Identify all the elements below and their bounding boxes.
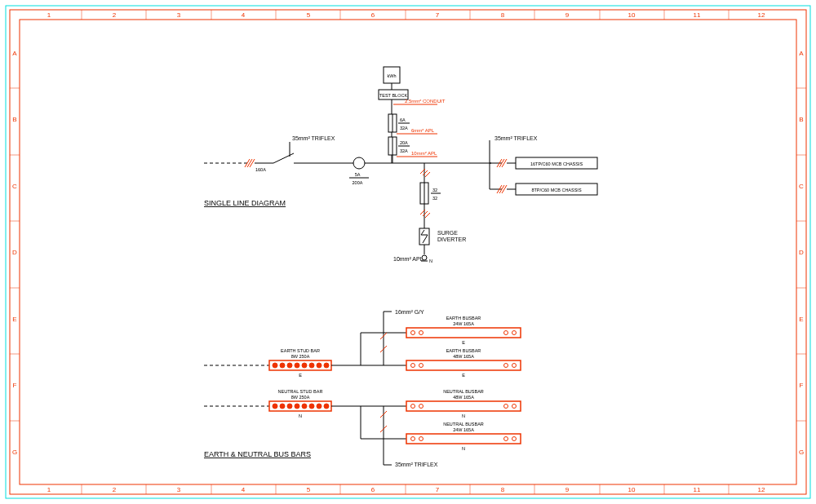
svg-text:E: E <box>12 316 16 323</box>
svg-text:E: E <box>462 373 465 378</box>
svg-text:NEUTRAL BUSBAR: NEUTRAL BUSBAR <box>443 422 484 427</box>
incoming-cable: 35mm² TRIFLEX <box>292 135 335 141</box>
svg-text:E: E <box>799 316 803 323</box>
col-11: 11 <box>694 11 701 19</box>
svg-text:1: 1 <box>47 486 51 493</box>
grid-outer <box>10 10 806 494</box>
ct-primary: 5A <box>355 172 361 177</box>
svg-text:6A: 6A <box>400 117 406 122</box>
busbar-diagram: EARTH & NEUTRAL BUS BARS 16mm² G/Y 35mm²… <box>204 309 521 467</box>
col-12: 12 <box>758 11 765 19</box>
col-10: 10 <box>628 11 636 19</box>
surge-label: SURGEDIVERTER <box>437 230 466 242</box>
outgoing-cable: 35mm² TRIFLEX <box>494 135 538 141</box>
svg-point-148 <box>317 404 322 409</box>
svg-text:E: E <box>462 340 465 345</box>
svg-text:20A: 20A <box>400 140 408 145</box>
svg-text:EARTH BUSBAR: EARTH BUSBAR <box>446 316 481 321</box>
col-6: 6 <box>371 11 375 19</box>
col-8: 8 <box>501 11 505 19</box>
svg-text:9: 9 <box>565 486 570 493</box>
svg-text:E: E <box>299 373 302 378</box>
svg-text:NEUTRAL STUD BAR: NEUTRAL STUD BAR <box>278 389 323 394</box>
svg-text:48W 165A: 48W 165A <box>453 395 474 400</box>
switch-icon <box>273 153 294 163</box>
neutral-busbar-48w: NEUTRAL BUSBAR 48W 165A N <box>406 389 521 418</box>
svg-text:32: 32 <box>432 188 437 192</box>
single-line-diagram: SINGLE LINE DIAGRAM 160A 35mm² TRIFLEX 5… <box>204 67 597 263</box>
col-2: 2 <box>113 11 117 19</box>
svg-text:B: B <box>12 116 16 123</box>
svg-text:N: N <box>429 259 432 263</box>
svg-point-147 <box>309 404 314 409</box>
svg-point-149 <box>324 404 329 409</box>
col-3: 3 <box>177 11 181 19</box>
svg-text:3: 3 <box>177 486 181 493</box>
svg-text:12: 12 <box>758 486 765 493</box>
svg-text:TEST BLOCK: TEST BLOCK <box>379 93 407 98</box>
neutral-busbar-24w: NEUTRAL BUSBAR 24W 165A N <box>406 422 521 451</box>
svg-text:8: 8 <box>501 486 505 493</box>
svg-text:16TP/C60 MCB CHASSIS: 16TP/C60 MCB CHASSIS <box>530 161 583 166</box>
svg-text:kWh: kWh <box>388 73 397 78</box>
svg-text:32: 32 <box>432 196 437 201</box>
svg-text:A: A <box>799 50 804 57</box>
svg-point-116 <box>324 363 329 368</box>
svg-text:24W 165A: 24W 165A <box>453 321 474 326</box>
svg-point-109 <box>273 363 277 368</box>
col-9: 9 <box>565 11 570 19</box>
col-4: 4 <box>242 11 246 19</box>
svg-text:F: F <box>800 382 804 389</box>
neutral-stud-bar: NEUTRAL STUD BAR 8W 250A N <box>269 389 331 418</box>
phase-slash-icon <box>420 169 430 177</box>
svg-text:N: N <box>299 413 302 418</box>
svg-point-143 <box>280 404 285 409</box>
svg-text:32A: 32A <box>400 148 408 153</box>
busbar-title: EARTH & NEUTRAL BUS BARS <box>204 450 311 458</box>
grid-columns: 1 2 3 4 5 6 7 8 9 10 11 12 1 2 3 4 5 6 7… <box>47 10 765 494</box>
sld-title: SINGLE LINE DIAGRAM <box>204 199 286 207</box>
svg-text:8W 250A: 8W 250A <box>291 354 310 359</box>
svg-text:EARTH BUSBAR: EARTH BUSBAR <box>446 348 481 353</box>
svg-point-145 <box>295 404 299 409</box>
svg-text:B: B <box>799 116 803 123</box>
svg-point-146 <box>302 404 307 409</box>
svg-rect-141 <box>269 401 331 411</box>
earth-busbar-48w: EARTH BUSBAR 48W 165A E <box>406 348 521 378</box>
svg-text:G: G <box>12 449 17 456</box>
triflex-cable: 35mm² TRIFLEX <box>395 462 438 467</box>
svg-point-111 <box>287 363 292 368</box>
svg-text:D: D <box>12 249 17 256</box>
outer-frame <box>6 6 810 498</box>
svg-text:N: N <box>462 413 465 418</box>
earth-busbar-24w: EARTH BUSBAR 24W 165A E <box>406 316 521 345</box>
svg-text:F: F <box>13 382 17 389</box>
col-5: 5 <box>307 11 311 19</box>
svg-text:10: 10 <box>628 486 636 493</box>
svg-text:32A: 32A <box>400 126 408 130</box>
svg-point-142 <box>273 404 277 409</box>
svg-text:8TP/C60 MCB CHASSIS: 8TP/C60 MCB CHASSIS <box>531 188 581 192</box>
svg-text:2: 2 <box>113 486 117 493</box>
svg-text:C: C <box>799 183 804 190</box>
svg-text:48W 165A: 48W 165A <box>453 354 474 359</box>
svg-text:G: G <box>799 449 804 456</box>
fuse-bot-cable: 10mm² APL <box>411 151 437 156</box>
grid-rows: A B C D E F G A B C D E F G <box>10 50 806 456</box>
fuse-mid-cable: 6mm² APL <box>411 128 435 133</box>
svg-point-144 <box>287 404 292 409</box>
surge-cable: 10mm² APL <box>393 256 424 262</box>
svg-text:5: 5 <box>307 486 311 493</box>
svg-point-115 <box>317 363 322 368</box>
conduit-label: 2.5mm² CONDUIT <box>405 99 446 104</box>
svg-text:C: C <box>12 183 17 190</box>
svg-text:N: N <box>462 446 465 451</box>
svg-text:A: A <box>12 50 17 57</box>
svg-point-112 <box>295 363 299 368</box>
ct-icon <box>353 157 365 169</box>
col-7: 7 <box>436 11 440 19</box>
svg-point-110 <box>280 363 285 368</box>
svg-text:4: 4 <box>242 486 246 493</box>
svg-text:NEUTRAL BUSBAR: NEUTRAL BUSBAR <box>443 389 484 394</box>
col-1: 1 <box>47 11 51 19</box>
